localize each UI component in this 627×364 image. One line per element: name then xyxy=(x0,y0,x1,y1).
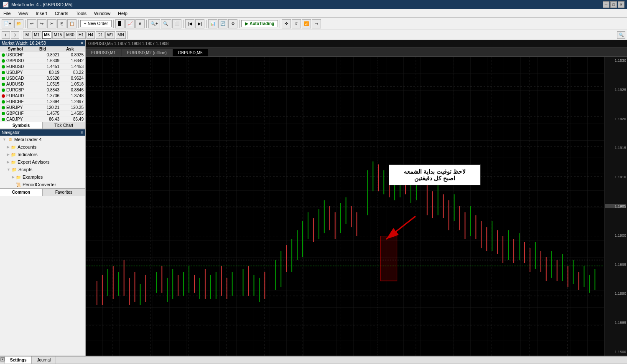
svg-rect-53 xyxy=(275,260,276,290)
nav-examples[interactable]: ▶ 📁 Examples xyxy=(0,173,85,181)
annotation-box: لاحظ توقيت بداية الشمعه اصبح كل دقيقتين xyxy=(389,164,481,185)
autotrading-button[interactable]: ▶ AutoTrading xyxy=(241,20,278,27)
menu-view[interactable]: View xyxy=(17,10,30,17)
mw-row-cadjpy[interactable]: CADJPY86.4386.49 xyxy=(0,116,85,122)
nav-periodconverter[interactable]: ▶ 📜 PeriodConverter xyxy=(0,181,85,188)
nav-metatrader4[interactable]: ▼ 🖥 MetaTrader 4 xyxy=(0,136,85,143)
tf-m30[interactable]: M30 xyxy=(64,31,76,39)
chart-tab-gbpusd-m5[interactable]: GBPUSD,M5 xyxy=(173,49,208,56)
copy-button[interactable]: ⎘ xyxy=(57,19,66,28)
nav-scripts[interactable]: ▼ 📁 Scripts xyxy=(0,166,85,173)
chart-candle-button[interactable]: 🕯 xyxy=(135,19,145,28)
mw-row-gbpchf[interactable]: GBPCHF1.45751.4585 xyxy=(0,111,85,116)
cut-button[interactable]: ✂ xyxy=(47,19,56,28)
tf-m5[interactable]: M5 xyxy=(42,31,51,39)
zoom-in-button[interactable]: 🔍+ xyxy=(148,19,160,28)
nav-expert-advisors[interactable]: ▶ 📁 Expert Advisors xyxy=(0,158,85,166)
indicator-button[interactable]: 📊 xyxy=(208,19,217,28)
grid-button[interactable]: # xyxy=(292,19,301,28)
tf-h1[interactable]: H1 xyxy=(77,31,86,39)
mw-row-eurchf[interactable]: EURCHF1.28941.2897 xyxy=(0,99,85,105)
menu-help[interactable]: Help xyxy=(116,10,129,17)
mw-row-usdchf[interactable]: USDCHF0.89210.8925 xyxy=(0,52,85,58)
st-tab-journal[interactable]: Journal xyxy=(32,356,56,364)
mw-row-eurjpy[interactable]: EURJPY120.21120.25 xyxy=(0,105,85,111)
open-button[interactable]: 📂 xyxy=(14,19,23,28)
mw-row-audusd[interactable]: AUDUSD1.05151.0518 xyxy=(0,81,85,87)
nav-expand-examples-icon: ▶ xyxy=(12,175,15,179)
market-watch-close[interactable]: ✕ xyxy=(80,41,84,46)
svg-rect-44 xyxy=(216,272,217,299)
redo-button[interactable]: ↪ xyxy=(37,19,46,28)
tf-m15[interactable]: M15 xyxy=(52,31,64,39)
menu-window[interactable]: Window xyxy=(92,10,112,17)
svg-rect-107 xyxy=(578,272,579,290)
nav-tab-favorites[interactable]: Favorites xyxy=(43,189,85,196)
paste-button[interactable]: 📋 xyxy=(67,19,76,28)
tf-mn[interactable]: MN xyxy=(116,31,126,39)
mw-row-usdcad[interactable]: USDCAD0.96200.9624 xyxy=(0,76,85,81)
menu-charts[interactable]: Charts xyxy=(53,10,70,17)
st-tab-settings[interactable]: Settings xyxy=(5,356,32,364)
mw-row-euraud[interactable]: EURAUD1.37361.3748 xyxy=(0,93,85,99)
nav-accounts[interactable]: ▶ 📁 Accounts xyxy=(0,143,85,151)
autoscroll-button[interactable]: ⇒ xyxy=(312,19,321,28)
svg-rect-104 xyxy=(562,254,563,281)
tf-arrow-left[interactable]: ⟨ xyxy=(2,31,10,39)
nav-indicators[interactable]: ▶ 📁 Indicators xyxy=(0,151,85,158)
undo-button[interactable]: ↩ xyxy=(27,19,36,28)
market-watch-title: Market Watch: 16:24:53 xyxy=(2,41,46,46)
chart-tab-eurusd-m2[interactable]: EURUSD,M2 (offline) xyxy=(122,49,172,56)
period-right-button[interactable]: ▶| xyxy=(195,19,204,28)
mw-row-eurusd[interactable]: EURUSD1.44511.4453 xyxy=(0,64,85,70)
nav-expand-scripts-icon: ▼ xyxy=(7,167,10,172)
mw-tab-tick[interactable]: Tick Chart xyxy=(43,122,85,129)
menu-file[interactable]: File xyxy=(2,10,13,17)
nav-tab-common[interactable]: Common xyxy=(0,189,43,196)
price-label-2: 1.1925 xyxy=(605,88,626,92)
settings-button[interactable]: ⚙ xyxy=(228,19,237,28)
minimize-button[interactable]: ─ xyxy=(603,1,609,8)
tf-m[interactable]: M xyxy=(23,31,31,39)
price-label-9: 1.1890 xyxy=(605,291,626,296)
mw-row-gbpusd[interactable]: GBPUSD1.63391.6342 xyxy=(0,58,85,64)
menu-tools[interactable]: Tools xyxy=(74,10,88,17)
chart-tab-eurusd-m1[interactable]: EURUSD,M1 xyxy=(86,49,121,56)
mw-dot xyxy=(2,65,5,68)
tf-arrow-right[interactable]: ⟩ xyxy=(11,31,19,39)
toolbar-sep-1 xyxy=(25,20,25,28)
nav-bottom-tabs: Common Favorites xyxy=(0,188,85,196)
new-order-button[interactable]: + New Order xyxy=(80,20,112,27)
mw-tab-symbols[interactable]: Symbols xyxy=(0,122,43,129)
zoom-out-button[interactable]: 🔍- xyxy=(161,19,171,28)
svg-rect-80 xyxy=(432,191,433,218)
chart-area: GBPUSD,M5 1.1907 1.1908 1.1907 1.1908 EU… xyxy=(86,40,627,356)
maximize-button[interactable]: □ xyxy=(610,1,617,8)
market-watch-cols: Symbol Bid Ask xyxy=(0,46,85,52)
edge-close-btn[interactable]: ✕ xyxy=(0,357,5,361)
tf-d1[interactable]: D1 xyxy=(96,31,104,39)
mw-row-usdjpy[interactable]: USDJPY83.1983.22 xyxy=(0,70,85,76)
tf-search[interactable]: 🔍 xyxy=(617,31,625,39)
period-sep-button[interactable]: |◀ xyxy=(185,19,194,28)
refresh-button[interactable]: 🔄 xyxy=(218,19,227,28)
svg-rect-51 xyxy=(259,278,260,302)
svg-rect-27 xyxy=(118,272,119,296)
volume-button[interactable]: 📶 xyxy=(302,19,311,28)
tf-w1[interactable]: W1 xyxy=(105,31,115,39)
svg-rect-66 xyxy=(346,197,347,224)
mw-row-eurgbp[interactable]: EURGBP0.88430.8846 xyxy=(0,87,85,93)
crosshair-button[interactable]: ✛ xyxy=(282,19,291,28)
svg-rect-101 xyxy=(546,257,547,281)
tf-m1[interactable]: M1 xyxy=(32,31,41,39)
mw-dot xyxy=(2,94,5,98)
fit-button[interactable]: ⬜ xyxy=(172,19,181,28)
price-label-4: 1.1915 xyxy=(605,146,626,150)
new-button[interactable]: 📄+ xyxy=(2,19,13,28)
menu-insert[interactable]: Insert xyxy=(34,10,49,17)
tf-h4[interactable]: H4 xyxy=(87,31,95,39)
navigator-close[interactable]: ✕ xyxy=(80,130,84,135)
close-button[interactable]: ✕ xyxy=(618,1,624,8)
chart-bar-button[interactable]: ▉ xyxy=(115,19,125,28)
chart-line-button[interactable]: 📈 xyxy=(125,19,135,28)
